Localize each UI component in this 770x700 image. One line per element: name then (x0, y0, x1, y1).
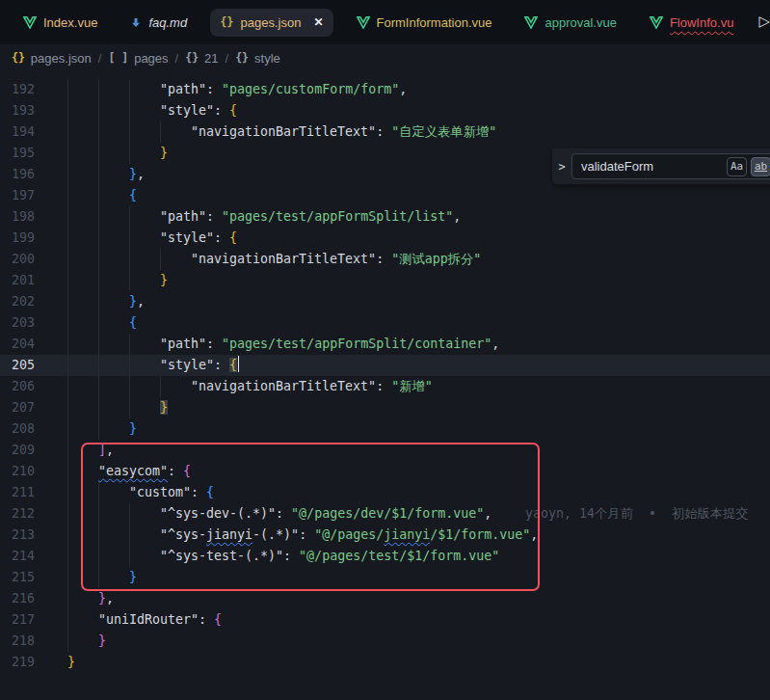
line-number: 215 (0, 567, 50, 588)
breadcrumb-item-style[interactable]: {}style (235, 51, 280, 66)
code-line-218[interactable]: 218} (0, 631, 770, 652)
code-line-194[interactable]: 194"navigationBarTitleText": "自定义表单新增" (0, 121, 770, 143)
code-line-219[interactable]: 219} (0, 652, 770, 673)
line-content: "path": "pages/customForm/form", (50, 79, 407, 100)
code-line-200[interactable]: 200"navigationBarTitleText": "测试app拆分" (0, 249, 770, 270)
breadcrumb-item-pages[interactable]: [ ]pages (108, 51, 168, 66)
code-line-199[interactable]: 199"style": { (0, 228, 770, 249)
indent-guides (67, 291, 129, 312)
code-editor[interactable]: 192"path": "pages/customForm/form",193"s… (0, 71, 770, 700)
line-content: } (50, 270, 168, 291)
tab-flowinfo-vu[interactable]: FlowInfo.vu (640, 9, 743, 37)
code-line-208[interactable]: 208} (0, 418, 770, 440)
line-number: 197 (0, 185, 50, 206)
line-number: 213 (0, 525, 50, 546)
line-number: 207 (0, 397, 50, 418)
line-number: 210 (0, 461, 50, 482)
code-line-201[interactable]: 201} (0, 270, 770, 291)
whole-word-button[interactable]: ab (751, 157, 770, 176)
code-line-202[interactable]: 202}, (0, 291, 770, 312)
symbol-icon: {} (235, 51, 249, 65)
line-content: "uniIdRouter": { (50, 609, 222, 631)
code-line-204[interactable]: 204"path": "pages/test/appFormSplit/cont… (0, 334, 770, 355)
line-content: "style": { (50, 228, 237, 249)
line-content: }, (50, 164, 145, 185)
code-line-205[interactable]: 205"style": { (0, 355, 770, 376)
indent-guides (67, 546, 160, 567)
breadcrumb-item-pages-json[interactable]: {}pages.json (12, 51, 92, 66)
line-number: 201 (0, 270, 50, 291)
indent-guides (67, 164, 129, 185)
indent-guides (67, 418, 129, 440)
editor-tab-bar: Index.vuefaq.md{}pages.json✕FormInformat… (0, 0, 770, 44)
line-content: "style": { (50, 100, 237, 121)
line-number: 192 (0, 79, 50, 100)
code-line-217[interactable]: 217"uniIdRouter": { (0, 609, 770, 631)
line-content: } (50, 397, 168, 418)
line-content: ], (50, 440, 114, 461)
code-line-214[interactable]: 214"^sys-test-(.*)": "@/pages/test/$1/fo… (0, 546, 770, 567)
code-line-207[interactable]: 207} (0, 397, 770, 418)
indent-guides (67, 376, 191, 397)
tab-label: FlowInfo.vu (670, 15, 733, 30)
tab-approval-vue[interactable]: approval.vue (515, 9, 625, 37)
code-line-198[interactable]: 198"path": "pages/test/appFormSplit/list… (0, 206, 770, 228)
code-line-206[interactable]: 206"navigationBarTitleText": "新增" (0, 376, 770, 397)
code-line-212[interactable]: 212yaoyn, 14个月前 • 初始版本提交"^sys-dev-(.*)":… (0, 503, 770, 525)
line-number: 199 (0, 228, 50, 249)
code-line-209[interactable]: 209], (0, 440, 770, 461)
breadcrumb-separator: / (98, 51, 102, 66)
line-number: 209 (0, 440, 50, 461)
markdown-arrow-icon (130, 16, 142, 29)
code-line-192[interactable]: 192"path": "pages/customForm/form", (0, 79, 770, 100)
indent-guides (67, 79, 160, 100)
tab-index-vue[interactable]: Index.vue (13, 9, 107, 37)
line-number: 202 (0, 291, 50, 312)
line-number: 204 (0, 334, 50, 355)
indent-guides (67, 397, 160, 418)
code-line-215[interactable]: 215} (0, 567, 770, 588)
vue-icon (524, 16, 538, 29)
code-line-216[interactable]: 216}, (0, 588, 770, 609)
line-number: 208 (0, 418, 50, 440)
code-line-213[interactable]: 213"^sys-jianyi-(.*)": "@/pages/jianyi/$… (0, 525, 770, 546)
code-line-210[interactable]: 210"easycom": { (0, 461, 770, 482)
breadcrumb-item-21[interactable]: {}21 (185, 51, 218, 66)
tab-forminformation-vue[interactable]: FormInformation.vue (347, 9, 502, 37)
line-number: 200 (0, 249, 50, 270)
run-button-icon[interactable]: ▷ (758, 13, 770, 30)
line-number: 206 (0, 376, 50, 397)
symbol-icon: {} (185, 51, 199, 65)
indent-guides (67, 334, 160, 355)
find-expand-toggle-icon[interactable]: > (552, 160, 571, 174)
indent-guides (67, 100, 160, 121)
indent-guides (67, 270, 160, 291)
vue-icon (650, 16, 663, 29)
line-content: "^sys-test-(.*)": "@/pages/test/$1/form.… (50, 546, 499, 567)
line-content: { (50, 185, 137, 206)
code-line-211[interactable]: 211"custom": { (0, 482, 770, 503)
json-braces-icon: {} (220, 15, 233, 29)
indent-guides (67, 482, 129, 503)
line-number: 212 (0, 503, 50, 525)
line-number: 196 (0, 164, 50, 185)
indent-guides (67, 609, 98, 631)
tab-faq-md[interactable]: faq.md (120, 9, 197, 37)
line-content: "easycom": { (50, 461, 191, 482)
match-case-button[interactable]: Aa (727, 157, 747, 176)
code-line-193[interactable]: 193"style": { (0, 100, 770, 121)
line-content: "path": "pages/test/appFormSplit/contain… (50, 334, 499, 355)
code-line-203[interactable]: 203{ (0, 312, 770, 334)
code-line-197[interactable]: 197{ (0, 185, 770, 206)
line-number: 211 (0, 482, 50, 503)
line-number: 214 (0, 546, 50, 567)
line-content: "custom": { (50, 482, 214, 503)
line-number: 217 (0, 609, 50, 631)
line-content: "navigationBarTitleText": "测试app拆分" (50, 249, 481, 270)
close-icon[interactable]: ✕ (313, 15, 323, 29)
tab-pages-json[interactable]: {}pages.json✕ (210, 9, 332, 37)
indent-guides (67, 206, 160, 228)
text-cursor (238, 356, 240, 372)
indent-guides (67, 312, 129, 334)
indent-guides (67, 185, 129, 206)
